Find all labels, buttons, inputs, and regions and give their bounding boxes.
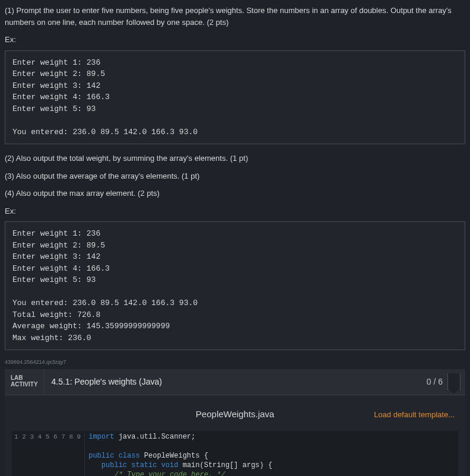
tok-void: void bbox=[161, 461, 179, 469]
instruction-1: (1) Prompt the user to enter five number… bbox=[5, 5, 465, 28]
code-content[interactable]: import java.util.Scanner; public class P… bbox=[85, 431, 272, 477]
tok-main-sig: (String[] args) { bbox=[200, 461, 272, 469]
instruction-2: (2) Also output the total weight, by sum… bbox=[5, 153, 465, 164]
tok-public: public bbox=[88, 452, 114, 460]
score-badge-icon bbox=[447, 373, 461, 390]
lab-activity-tag: LAB ACTIVITY bbox=[5, 369, 45, 395]
file-bar: PeopleWeights.java Load default template… bbox=[12, 405, 458, 425]
lab-title: 4.5.1: People's weights (Java) bbox=[45, 369, 422, 395]
tok-static: static bbox=[131, 461, 157, 469]
code-editor[interactable]: 1 2 3 4 5 6 7 8 9 import java.util.Scann… bbox=[12, 431, 458, 477]
lab-score-text: 0 / 6 bbox=[427, 376, 443, 388]
example-1-label: Ex: bbox=[5, 34, 465, 46]
tok-indent5 bbox=[88, 471, 114, 477]
watermark-id: 439894.2564214.qx3zqy7 bbox=[5, 358, 465, 367]
load-default-template-link[interactable]: Load default template... bbox=[374, 409, 455, 421]
tok-public2: public bbox=[101, 461, 127, 469]
example-1-code: Enter weight 1: 236 Enter weight 2: 89.5… bbox=[5, 50, 465, 145]
lab-score: 0 / 6 bbox=[422, 369, 465, 395]
tok-main: main bbox=[183, 461, 200, 469]
tok-comment: /* Type your code here. */ bbox=[114, 471, 225, 477]
file-name: PeopleWeights.java bbox=[196, 408, 274, 421]
tok-import-path: java.util.Scanner; bbox=[114, 433, 195, 441]
example-2-label: Ex: bbox=[5, 205, 465, 217]
editor-panel: PeopleWeights.java Load default template… bbox=[5, 395, 465, 477]
lab-tag-line1: LAB bbox=[11, 375, 23, 381]
lab-tag-line2: ACTIVITY bbox=[11, 381, 38, 388]
tok-import: import bbox=[88, 433, 114, 441]
tok-classname: PeopleWeights bbox=[144, 452, 200, 460]
example-2-code: Enter weight 1: 236 Enter weight 2: 89.5… bbox=[5, 221, 465, 350]
tok-brace-open: { bbox=[199, 452, 208, 460]
lab-header: LAB ACTIVITY 4.5.1: People's weights (Ja… bbox=[5, 369, 465, 395]
tok-class: class bbox=[119, 452, 140, 460]
line-gutter: 1 2 3 4 5 6 7 8 9 bbox=[12, 431, 85, 477]
instruction-3: (3) Also output the average of the array… bbox=[5, 170, 465, 182]
instruction-4: (4) Also output the max array element. (… bbox=[5, 188, 465, 199]
